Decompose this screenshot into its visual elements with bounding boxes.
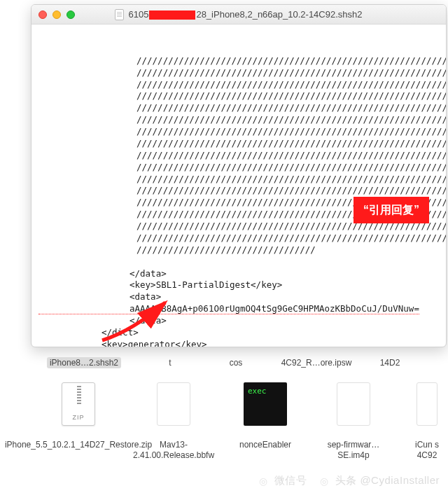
- xml-line: <key>SBL1-PartialDigest</key>: [38, 279, 282, 290]
- file-item[interactable]: 4C92_R…ore.ipsw: [277, 357, 356, 368]
- xml-line-base64: aAAAAAB8AgA+p061O0rUgmOQ4tSg9GeC9HPMAozK…: [38, 303, 419, 314]
- file-name: sep-firmwar…SE.im4p: [318, 440, 389, 461]
- title-prefix: 6105: [128, 9, 148, 20]
- window-title: 610528_iPhone8,2_n66ap_10.2-14C92.shsh2: [31, 9, 446, 20]
- ascii-art-block: ////////////////////////////////////////…: [38, 43, 439, 256]
- window-titlebar[interactable]: 610528_iPhone8,2_n66ap_10.2-14C92.shsh2: [31, 5, 446, 25]
- document-icon: [115, 9, 124, 20]
- file-icon: [337, 382, 370, 426]
- xml-line: <key>generator</key>: [38, 339, 207, 347]
- editor-window: 610528_iPhone8,2_n66ap_10.2-14C92.shsh2 …: [31, 4, 447, 347]
- quote-reply-badge[interactable]: “引用回复”: [354, 197, 429, 223]
- file-name: t: [166, 357, 174, 368]
- file-row-top: iPhone8…2.shsh2 t cos 4C92_R…ore.ipsw 14…: [31, 357, 448, 368]
- file-item-selected[interactable]: iPhone8…2.shsh2: [39, 357, 129, 368]
- redacted-block: [149, 11, 195, 20]
- text-editor-content[interactable]: ////////////////////////////////////////…: [31, 25, 446, 347]
- file-name: iPhone_5.5_10.2.1_14D27_Restore.zip: [5, 440, 152, 461]
- xml-line: <data>: [38, 291, 161, 302]
- xml-line: </dict>: [38, 327, 139, 338]
- file-item[interactable]: sep-firmwar…SE.im4p: [318, 374, 389, 461]
- file-name: 4C92_R…ore.ipsw: [279, 357, 355, 368]
- zoom-icon[interactable]: [66, 11, 75, 19]
- file-item-exec[interactable]: exec nonceEnabler: [230, 374, 301, 461]
- file-name: iPhone8…2.shsh2: [47, 357, 121, 368]
- title-suffix: 28_iPhone8,2_n66ap_10.2-14C92.shsh2: [196, 9, 362, 20]
- zip-icon: [62, 382, 95, 426]
- file-item[interactable]: cos: [211, 357, 260, 368]
- file-item[interactable]: Mav13-2.41.00.Release.bbfw: [134, 374, 213, 461]
- finder-view: iPhone8…2.shsh2 t cos 4C92_R…ore.ipsw 14…: [31, 352, 448, 486]
- file-icon: [416, 382, 438, 426]
- close-icon[interactable]: [38, 11, 47, 19]
- file-name: 14D2: [377, 357, 403, 368]
- file-row-thumbs: iPhone_5.5_10.2.1_14D27_Restore.zip Mav1…: [31, 374, 448, 461]
- traffic-lights: [38, 11, 75, 19]
- file-name: nonceEnabler: [239, 440, 291, 461]
- minimize-icon[interactable]: [52, 11, 61, 19]
- file-item[interactable]: iCun s 4C92: [406, 374, 448, 461]
- file-icon: [157, 382, 190, 426]
- exec-icon: exec: [244, 382, 287, 426]
- file-item[interactable]: 14D2: [372, 357, 407, 368]
- file-item[interactable]: t: [146, 357, 195, 368]
- xml-line: </data>: [38, 268, 167, 279]
- file-name: cos: [227, 357, 246, 368]
- file-name: Mav13-2.41.00.Release.bbfw: [133, 440, 214, 461]
- file-name: iCun s 4C92: [406, 440, 448, 461]
- xml-line: </data>: [38, 315, 167, 326]
- file-item-zip[interactable]: iPhone_5.5_10.2.1_14D27_Restore.zip: [39, 374, 118, 461]
